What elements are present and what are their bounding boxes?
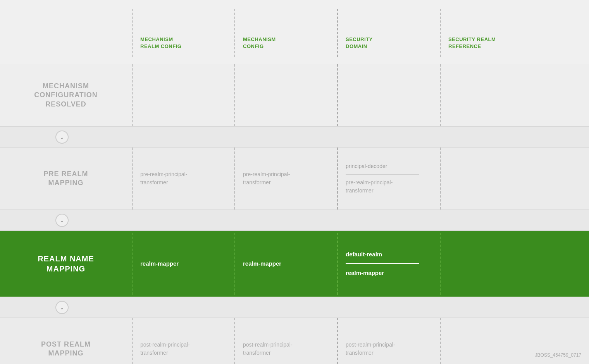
row-pre-realm-mapping: PRE REALMMAPPING pre-realm-principal-tra… [0,148,589,209]
col3-header: SECURITYDOMAIN [346,36,440,50]
cell-realm-name-col4 [440,233,589,295]
header-col4: SECURITY REALMREFERENCE [440,9,589,57]
cell-realm-name-col3: default-realm realm-mapper [337,233,440,295]
section-title-post-realm: POST REALMMAPPING [0,318,132,364]
mechanism-config-title: MECHANISMCONFIGURATIONRESOLVED [34,82,98,109]
cell-post-realm-col1: post-realm-principal-transformer [132,318,234,364]
pre-realm-col3-item1: principal-decoder [346,162,387,170]
cell-mech-config-col1 [132,64,234,126]
realm-name-col1-text: realm-mapper [140,259,179,268]
cell-post-realm-col3: post-realm-principal-transformer [337,318,440,364]
divider-3: ⌄ [0,297,589,318]
header-col0 [0,41,132,57]
cell-mech-config-col4 [440,64,589,126]
sd-divider-white [346,263,419,264]
realm-name-title: REALM NAMEMAPPING [38,254,94,274]
header-col1: MECHANISMREALM CONFIG [132,9,234,57]
chevron-2: ⌄ [55,214,69,227]
main-grid: MECHANISMREALM CONFIG MECHANISMCONFIG SE… [0,0,589,364]
section-title-pre-realm: PRE REALMMAPPING [0,148,132,209]
chevron-icon-3: ⌄ [60,305,64,310]
post-realm-col2-text: post-realm-principal-transformer [243,341,293,357]
section-title-realm-name: REALM NAMEMAPPING [0,233,132,295]
cell-mech-config-col2 [234,64,337,126]
watermark: JBOSS_454759_0717 [535,352,581,358]
realm-name-col2-text: realm-mapper [243,259,281,268]
chevron-3: ⌄ [55,301,69,314]
divider-2: ⌄ [0,209,589,231]
chevron-1: ⌄ [55,130,69,144]
cell-realm-name-col2: realm-mapper [234,233,337,295]
cell-pre-realm-col3: principal-decoder pre-realm-principal-tr… [337,148,440,209]
pre-realm-col1-text: pre-realm-principal-transformer [140,170,187,187]
pre-realm-title: PRE REALMMAPPING [43,170,88,188]
cell-realm-name-col1: realm-mapper [132,233,234,295]
page-container: Authentication Factory MECHANISMREALM CO… [0,0,589,364]
row-post-realm-mapping: POST REALMMAPPING post-realm-principal-t… [0,318,589,364]
cell-post-realm-col2: post-realm-principal-transformer [234,318,337,364]
pre-realm-col2-text: pre-realm-principal-transformer [243,170,290,187]
col4-header: SECURITY REALMREFERENCE [448,36,589,50]
col1-header: MECHANISMREALM CONFIG [140,36,234,50]
pre-realm-col3-item2: pre-realm-principal-transformer [346,179,393,195]
divider-1: ⌄ [0,126,589,148]
cell-pre-realm-col4 [440,148,589,209]
col2-header: MECHANISMCONFIG [243,36,337,50]
post-realm-col3-text: post-realm-principal-transformer [346,341,395,357]
chevron-icon-2: ⌄ [60,218,64,223]
post-realm-title: POST REALMMAPPING [41,340,91,358]
chevron-icon-1: ⌄ [60,134,64,140]
header-row: MECHANISMREALM CONFIG MECHANISMCONFIG SE… [0,0,589,64]
cell-mech-config-col3 [337,64,440,126]
cell-pre-realm-col2: pre-realm-principal-transformer [234,148,337,209]
realm-name-col3-item1: default-realm [346,250,382,259]
row-realm-name-mapping: REALM NAMEMAPPING realm-mapper realm-map… [0,231,589,297]
cell-pre-realm-col1: pre-realm-principal-transformer [132,148,234,209]
row-mechanism-config-resolved: MECHANISMCONFIGURATIONRESOLVED [0,64,589,126]
sd-divider-1 [346,174,419,175]
post-realm-col1-text: post-realm-principal-transformer [140,341,190,357]
section-title-mechanism-config: MECHANISMCONFIGURATIONRESOLVED [0,64,132,126]
header-col2: MECHANISMCONFIG [234,9,337,57]
header-col3: SECURITYDOMAIN [337,9,440,57]
realm-name-col3-item2: realm-mapper [346,269,384,278]
